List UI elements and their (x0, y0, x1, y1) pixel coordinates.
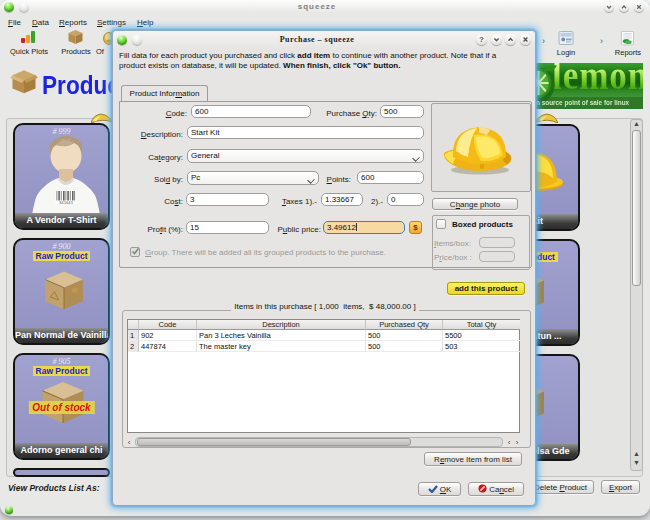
svg-text:341641: 341641 (59, 200, 74, 205)
